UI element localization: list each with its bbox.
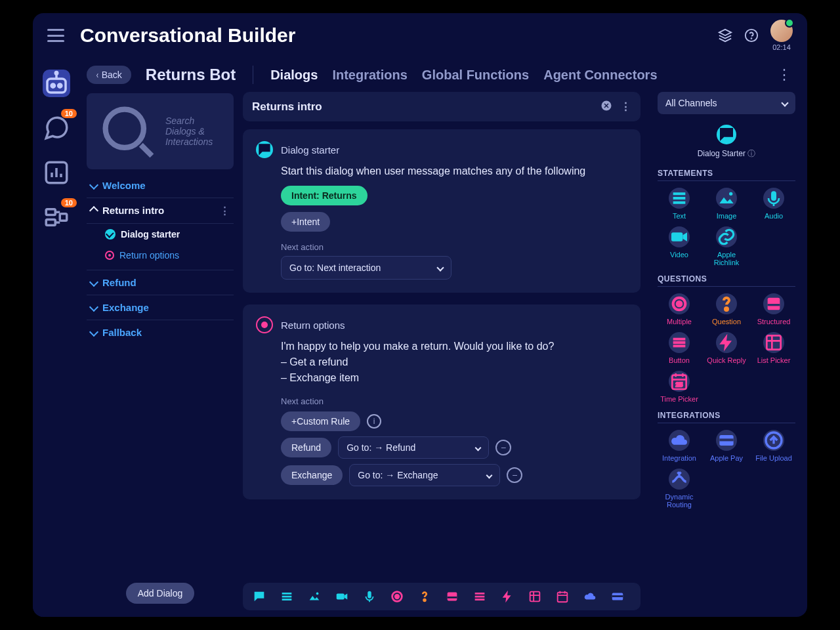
rule-refund-select[interactable]: Go to: → Refund [338, 436, 489, 459]
bt-applepay-icon[interactable] [610, 589, 625, 604]
left-rail: 10 10 [33, 58, 80, 617]
section-questions: QUESTIONS [658, 274, 795, 287]
canvas-close-icon[interactable] [600, 100, 612, 112]
bt-integration-icon[interactable] [583, 589, 597, 604]
svg-rect-27 [671, 232, 682, 241]
rail-chat-icon[interactable]: 10 [43, 114, 70, 142]
bt-structured-icon[interactable] [445, 589, 459, 604]
bt-starter-icon[interactable] [252, 589, 266, 604]
svg-point-4 [51, 84, 54, 87]
rail-flow-icon[interactable]: 10 [43, 203, 70, 231]
canvas-header: Returns intro ⋮ [243, 92, 640, 121]
bot-name: Returns Bot [146, 66, 236, 84]
next-action-select[interactable]: Go to: Next interaction [281, 256, 452, 280]
rail-analytics-icon[interactable] [43, 159, 70, 186]
rule-exchange-chip[interactable]: Exchange [281, 465, 343, 485]
tools-panel: All Channels Dialog Starter ⓘ STATEMENTS… [650, 88, 807, 617]
tool-video[interactable]: Video [658, 226, 701, 266]
app-title: Conversational Builder [80, 24, 295, 47]
dialog-returns-intro[interactable]: Returns intro⋮ [87, 198, 234, 224]
app-window: Conversational Builder 02:14 10 [33, 13, 807, 617]
svg-rect-26 [771, 191, 776, 201]
options-icon [256, 316, 273, 333]
custom-rule-chip[interactable]: +Custom Rule [281, 411, 360, 431]
dialog-welcome[interactable]: Welcome [87, 173, 234, 198]
svg-rect-3 [47, 79, 66, 93]
svg-point-2 [751, 38, 752, 39]
bt-button-icon[interactable] [472, 589, 487, 604]
tool-integration[interactable]: Integration [658, 430, 701, 462]
section-statements: STATEMENTS [658, 169, 795, 181]
canvas-title: Returns intro [252, 100, 322, 114]
tool-button[interactable]: Button [658, 332, 701, 364]
bt-video-icon[interactable] [335, 589, 349, 604]
interaction-dialog-starter[interactable]: Dialog starter [87, 224, 234, 245]
remove-rule-icon[interactable]: − [495, 440, 511, 455]
tool-question[interactable]: Question [705, 293, 748, 326]
search-input[interactable]: Search Dialogs & Interactions [87, 93, 234, 169]
tool-time-picker[interactable]: 25Time Picker [658, 371, 701, 403]
tab-dialogs[interactable]: Dialogs [270, 68, 318, 83]
dialog-exchange[interactable]: Exchange [87, 295, 234, 320]
tool-apple-pay[interactable]: Apple Pay [705, 430, 748, 462]
bt-multiple-icon[interactable] [390, 589, 404, 604]
node-dialog-starter[interactable]: Dialog starter Start this dialog when us… [243, 129, 640, 293]
options-body: I'm happy to help you make a return. Wou… [281, 339, 627, 386]
node-title: Return options [281, 320, 345, 331]
info-icon[interactable]: i [367, 414, 381, 429]
svg-point-13 [316, 593, 319, 595]
bt-quickreply-icon[interactable] [500, 589, 514, 604]
add-dialog-button[interactable]: Add Dialog [126, 583, 195, 604]
avatar[interactable] [770, 20, 793, 42]
rule-refund-chip[interactable]: Refund [281, 438, 331, 457]
interaction-return-options[interactable]: Return options [87, 245, 234, 266]
layers-icon[interactable] [718, 28, 732, 43]
tool-apple-richlink[interactable]: Apple Richlink [705, 226, 748, 266]
tool-multiple[interactable]: Multiple [658, 293, 701, 326]
svg-rect-9 [46, 220, 55, 226]
tool-text[interactable]: Text [658, 188, 701, 220]
menu-icon[interactable] [47, 29, 64, 42]
bt-question-icon[interactable] [417, 589, 432, 604]
svg-marker-0 [719, 30, 731, 35]
intent-chip[interactable]: Intent: Returns [281, 186, 368, 205]
tab-agent-connectors[interactable]: Agent Connectors [543, 68, 657, 83]
next-action-label: Next action [281, 242, 627, 252]
tool-audio[interactable]: Audio [752, 188, 795, 220]
add-intent-chip[interactable]: +Intent [281, 212, 330, 232]
tab-global-functions[interactable]: Global Functions [422, 68, 529, 83]
dialog-starter-icon[interactable] [717, 125, 736, 144]
tool-quick-reply[interactable]: Quick Reply [705, 332, 748, 364]
dialog-refund[interactable]: Refund [87, 270, 234, 295]
dialog-fallback[interactable]: Fallback [87, 320, 234, 345]
search-placeholder: Search Dialogs & Interactions [165, 116, 226, 147]
svg-point-11 [106, 110, 144, 148]
tabbar-kebab-icon[interactable]: ⋮ [777, 66, 791, 83]
starter-text: Start this dialog when user message matc… [281, 163, 627, 179]
rail-flow-badge: 10 [61, 198, 77, 207]
remove-rule-icon[interactable]: − [507, 467, 522, 483]
tool-image[interactable]: Image [705, 188, 748, 220]
rail-bot-icon[interactable] [43, 70, 70, 97]
svg-point-17 [395, 595, 399, 598]
node-return-options[interactable]: Return options I'm happy to help you mak… [243, 304, 640, 499]
tool-structured[interactable]: Structured [752, 293, 795, 326]
bt-audio-icon[interactable] [362, 589, 377, 604]
bt-listpicker-icon[interactable] [528, 589, 542, 604]
dialog-kebab-icon[interactable]: ⋮ [220, 205, 230, 217]
rule-exchange-select[interactable]: Go to: → Exchange [349, 464, 500, 486]
tool-list-picker[interactable]: List Picker [752, 332, 795, 364]
topbar: Conversational Builder 02:14 [33, 13, 807, 58]
session-timer: 02:14 [772, 43, 791, 51]
channel-select[interactable]: All Channels [658, 92, 795, 114]
bt-image-icon[interactable] [307, 589, 322, 604]
help-icon[interactable] [744, 28, 759, 43]
bt-timepicker-icon[interactable] [555, 589, 570, 604]
tool-file-upload[interactable]: File Upload [752, 430, 795, 462]
bt-text-icon[interactable] [280, 589, 294, 604]
back-button[interactable]: ‹Back [87, 66, 131, 84]
tool-dynamic-routing[interactable]: Dynamic Routing [658, 469, 701, 509]
canvas-kebab-icon[interactable]: ⋮ [620, 100, 631, 114]
canvas: Returns intro ⋮ Dialog sta [236, 88, 650, 617]
tab-integrations[interactable]: Integrations [332, 68, 407, 83]
